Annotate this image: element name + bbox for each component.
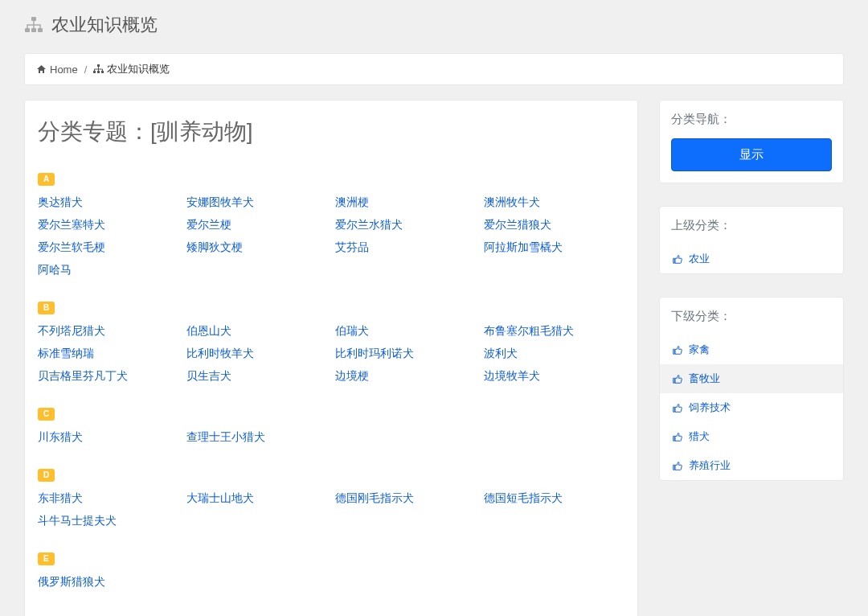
topic-link[interactable]: 川东猎犬 bbox=[38, 430, 178, 445]
thumbs-up-icon bbox=[673, 461, 682, 470]
items-grid: 东非猎犬大瑞士山地犬德国刚毛指示犬德国短毛指示犬斗牛马士提夫犬 bbox=[38, 491, 624, 528]
topic-link[interactable]: 边境牧羊犬 bbox=[484, 369, 624, 384]
topic-link[interactable]: 俄罗斯猎狼犬 bbox=[38, 575, 178, 589]
category-item[interactable]: 猎犬 bbox=[660, 422, 843, 451]
nav-card: 分类导航： 显示 bbox=[659, 100, 844, 183]
items-grid: 不列塔尼猎犬伯恩山犬伯瑞犬布鲁塞尔粗毛猎犬标准雪纳瑞比利时牧羊犬比利时玛利诺犬波… bbox=[38, 324, 624, 384]
topic-link[interactable]: 奥达猎犬 bbox=[38, 195, 178, 210]
thumbs-up-icon bbox=[673, 254, 682, 264]
category-link[interactable]: 养殖行业 bbox=[689, 458, 731, 473]
nav-card-title: 分类导航： bbox=[671, 112, 832, 127]
category-item[interactable]: 畜牧业 bbox=[660, 364, 843, 393]
sidebar: 分类导航： 显示 上级分类： 农业 下级分类： 家禽畜牧业饲养技术猎犬养殖行业 bbox=[659, 100, 844, 481]
topic-link[interactable]: 查理士王小猎犬 bbox=[186, 430, 327, 445]
svg-rect-1 bbox=[25, 28, 30, 32]
topic-link[interactable]: 爱尔兰猎狼犬 bbox=[484, 218, 624, 232]
topic-link[interactable]: 不列塔尼猎犬 bbox=[38, 324, 178, 339]
topic-link[interactable]: 布鲁塞尔粗毛猎犬 bbox=[484, 324, 624, 339]
topic-link[interactable]: 比利时牧羊犬 bbox=[186, 347, 327, 361]
svg-rect-6 bbox=[97, 71, 100, 73]
main-title: 分类专题：[驯养动物] bbox=[38, 117, 624, 147]
topic-link[interactable]: 安娜图牧羊犬 bbox=[186, 195, 327, 210]
topic-link[interactable]: 比利时玛利诺犬 bbox=[335, 347, 476, 361]
topic-link[interactable]: 边境梗 bbox=[335, 369, 476, 384]
thumbs-up-icon bbox=[673, 432, 682, 441]
breadcrumb-separator: / bbox=[84, 64, 88, 76]
topic-link[interactable]: 德国刚毛指示犬 bbox=[335, 491, 476, 506]
breadcrumb-home-link[interactable]: Home bbox=[50, 64, 78, 76]
topic-link[interactable]: 爱尔兰水猎犬 bbox=[335, 218, 476, 232]
category-item[interactable]: 农业 bbox=[660, 244, 843, 273]
show-button[interactable]: 显示 bbox=[671, 138, 832, 171]
topic-link[interactable]: 伯恩山犬 bbox=[186, 324, 327, 339]
topic-link[interactable]: 矮脚狄文梗 bbox=[186, 240, 327, 255]
topic-link[interactable]: 贝吉格里芬凡丁犬 bbox=[38, 369, 178, 384]
thumbs-up-icon bbox=[673, 403, 682, 413]
category-link[interactable]: 猎犬 bbox=[689, 429, 710, 444]
svg-rect-3 bbox=[38, 28, 43, 32]
breadcrumb-current: 农业知识概览 bbox=[107, 62, 170, 76]
topic-link[interactable]: 爱尔兰梗 bbox=[186, 218, 327, 232]
topic-link[interactable]: 贝生吉犬 bbox=[186, 369, 327, 384]
svg-rect-4 bbox=[97, 64, 100, 67]
main-panel: 分类专题：[驯养动物] A奥达猎犬安娜图牧羊犬澳洲梗澳洲牧牛犬爱尔兰塞特犬爱尔兰… bbox=[24, 100, 638, 616]
topic-link[interactable]: 东非猎犬 bbox=[38, 491, 178, 506]
section-letter-badge: E bbox=[38, 552, 55, 565]
topic-link[interactable]: 阿哈马 bbox=[38, 263, 178, 277]
section-letter-badge: A bbox=[38, 173, 55, 186]
page-header: 农业知识概览 bbox=[24, 0, 844, 53]
topic-link[interactable]: 大瑞士山地犬 bbox=[186, 491, 327, 506]
topic-link[interactable]: 阿拉斯加雪橇犬 bbox=[484, 240, 624, 255]
topic-link[interactable]: 爱尔兰塞特犬 bbox=[38, 218, 178, 232]
topic-link[interactable]: 标准雪纳瑞 bbox=[38, 347, 178, 361]
parent-card-title: 上级分类： bbox=[671, 218, 832, 233]
thumbs-up-icon bbox=[673, 374, 682, 384]
category-link[interactable]: 家禽 bbox=[689, 343, 710, 357]
topic-link[interactable]: 爱尔兰软毛梗 bbox=[38, 240, 178, 255]
category-item[interactable]: 家禽 bbox=[660, 335, 843, 364]
items-grid: 奥达猎犬安娜图牧羊犬澳洲梗澳洲牧牛犬爱尔兰塞特犬爱尔兰梗爱尔兰水猎犬爱尔兰猎狼犬… bbox=[38, 195, 624, 277]
thumbs-up-icon bbox=[673, 345, 682, 355]
breadcrumb: Home / 农业知识概览 bbox=[24, 53, 844, 85]
category-item[interactable]: 饲养技术 bbox=[660, 393, 843, 422]
child-category-card: 下级分类： 家禽畜牧业饲养技术猎犬养殖行业 bbox=[659, 297, 844, 481]
parent-category-card: 上级分类： 农业 bbox=[659, 206, 844, 274]
section-letter-badge: C bbox=[38, 408, 55, 421]
section-letter-badge: B bbox=[38, 302, 55, 314]
topic-link[interactable]: 斗牛马士提夫犬 bbox=[38, 514, 178, 528]
page-title: 农业知识概览 bbox=[51, 13, 158, 37]
sitemap-icon bbox=[93, 64, 104, 74]
section-letter-badge: D bbox=[38, 469, 55, 482]
topic-link[interactable]: 澳洲梗 bbox=[335, 195, 476, 210]
category-item[interactable]: 养殖行业 bbox=[660, 451, 843, 480]
topic-link[interactable]: 波利犬 bbox=[484, 347, 624, 361]
svg-rect-0 bbox=[31, 17, 36, 21]
items-grid: 川东猎犬查理士王小猎犬 bbox=[38, 430, 624, 445]
topic-link[interactable]: 德国短毛指示犬 bbox=[484, 491, 624, 506]
items-grid: 俄罗斯猎狼犬 bbox=[38, 575, 624, 589]
category-link[interactable]: 饲养技术 bbox=[689, 400, 731, 415]
topic-link[interactable]: 艾芬品 bbox=[335, 240, 476, 255]
svg-rect-2 bbox=[31, 28, 36, 32]
sitemap-icon bbox=[24, 16, 43, 34]
topic-link[interactable]: 伯瑞犬 bbox=[335, 324, 476, 339]
category-link[interactable]: 农业 bbox=[689, 252, 710, 266]
category-link[interactable]: 畜牧业 bbox=[689, 372, 720, 386]
child-card-title: 下级分类： bbox=[671, 309, 832, 324]
home-icon bbox=[36, 64, 47, 74]
svg-rect-5 bbox=[93, 71, 96, 73]
topic-link[interactable]: 澳洲牧牛犬 bbox=[484, 195, 624, 210]
svg-rect-7 bbox=[101, 71, 104, 73]
